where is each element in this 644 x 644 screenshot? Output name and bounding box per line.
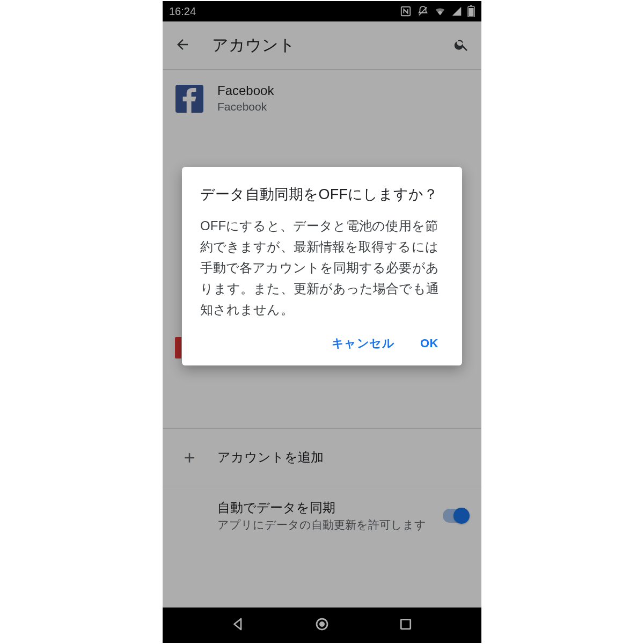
confirm-dialog: データ自動同期をOFFにしますか？ OFFにすると、データと電池の使用を節約でき… <box>182 167 462 365</box>
ok-button[interactable]: OK <box>420 335 438 352</box>
dialog-body: OFFにすると、データと電池の使用を節約できますが、最新情報を取得するには手動で… <box>200 216 444 320</box>
phone-screen: 16:24 アカウント <box>163 1 481 643</box>
cancel-button[interactable]: キャンセル <box>332 335 395 352</box>
dialog-actions: キャンセル OK <box>200 335 444 355</box>
dialog-title: データ自動同期をOFFにしますか？ <box>200 184 444 205</box>
